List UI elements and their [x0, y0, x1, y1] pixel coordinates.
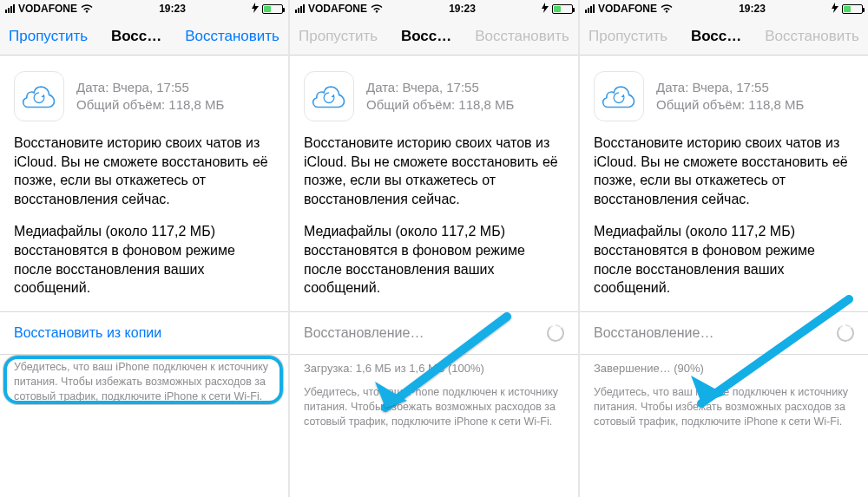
carrier-label: VODAFONE — [18, 3, 77, 15]
backup-date: Дата: Вчера, 17:55 — [366, 79, 514, 96]
carrier-label: VODAFONE — [598, 3, 657, 15]
status-bar: VODAFONE 19:23 — [0, 0, 288, 17]
progress-text: Загрузка: 1,6 МБ из 1,6 МБ (100%) — [290, 355, 578, 380]
restore-status-row: Восстановление… — [290, 311, 578, 355]
battery-icon — [552, 4, 573, 14]
battery-charging-icon — [832, 3, 838, 16]
restore-from-copy-button[interactable]: Восстановить из копии — [0, 311, 288, 355]
nav-restore-button: Восстановить — [765, 28, 859, 45]
body-paragraph-2: Медиафайлы (около 117,2 МБ) восстановятс… — [304, 222, 564, 297]
nav-restore-button[interactable]: Восстановить — [185, 28, 279, 45]
backup-size: Общий объём: 118,8 МБ — [366, 96, 514, 114]
body-paragraph-2: Медиафайлы (около 117,2 МБ) восстановятс… — [14, 222, 274, 297]
body-text: Восстановите историю своих чатов из iClo… — [0, 134, 288, 311]
progress-text: Завершение… (90%) — [580, 355, 868, 380]
signal-icon — [5, 4, 15, 13]
time-label: 19:23 — [449, 3, 476, 15]
screen-2: VODAFONE 19:23 Пропустить Восс… Восстано… — [290, 0, 578, 497]
backup-date: Дата: Вчера, 17:55 — [656, 79, 804, 96]
time-label: 19:23 — [739, 3, 766, 15]
spinner-icon — [547, 324, 564, 342]
body-text: Восстановите историю своих чатов из iClo… — [290, 134, 578, 311]
battery-charging-icon — [252, 3, 259, 16]
restore-button-label: Восстановить из копии — [14, 325, 161, 341]
wifi-icon — [81, 3, 93, 16]
wifi-icon — [661, 3, 673, 16]
body-paragraph-1: Восстановите историю своих чатов из iClo… — [594, 134, 854, 208]
backup-date: Дата: Вчера, 17:55 — [76, 79, 224, 96]
nav-bar: Пропустить Восс… Восстановить — [580, 17, 868, 56]
nav-title: Восс… — [111, 28, 161, 45]
backup-header: Дата: Вчера, 17:55 Общий объём: 118,8 МБ — [0, 56, 288, 134]
backup-size: Общий объём: 118,8 МБ — [656, 96, 804, 114]
nav-skip-button: Пропустить — [299, 28, 378, 45]
battery-charging-icon — [542, 3, 549, 16]
icloud-backup-icon — [304, 71, 354, 121]
signal-icon — [585, 4, 595, 13]
screen-1: VODAFONE 19:23 Пропустить Восс… Восстано… — [0, 0, 288, 497]
nav-title: Восс… — [401, 28, 451, 45]
restore-loading-label: Восстановление… — [594, 325, 713, 341]
backup-header: Дата: Вчера, 17:55 Общий объём: 118,8 МБ — [580, 56, 868, 134]
screen-3: VODAFONE 19:23 Пропустить Восс… Восстано… — [580, 0, 868, 497]
footer-text: Убедитесь, что ваш iPhone подключен к ис… — [290, 380, 578, 440]
nav-skip-button[interactable]: Пропустить — [9, 28, 88, 45]
body-paragraph-2: Медиафайлы (около 117,2 МБ) восстановятс… — [594, 222, 854, 297]
battery-icon — [842, 4, 863, 14]
icloud-backup-icon — [14, 71, 64, 121]
nav-bar: Пропустить Восс… Восстановить — [290, 17, 578, 56]
footer-text: Убедитесь, что ваш iPhone подключен к ис… — [0, 355, 288, 415]
battery-icon — [262, 4, 283, 14]
backup-size: Общий объём: 118,8 МБ — [76, 96, 224, 114]
body-paragraph-1: Восстановите историю своих чатов из iClo… — [14, 134, 274, 208]
carrier-label: VODAFONE — [308, 3, 367, 15]
body-paragraph-1: Восстановите историю своих чатов из iClo… — [304, 134, 564, 208]
spinner-icon — [837, 324, 854, 342]
status-bar: VODAFONE 19:23 — [580, 0, 868, 17]
backup-header: Дата: Вчера, 17:55 Общий объём: 118,8 МБ — [290, 56, 578, 134]
wifi-icon — [371, 3, 383, 16]
nav-title: Восс… — [691, 28, 741, 45]
icloud-backup-icon — [594, 71, 644, 121]
restore-loading-label: Восстановление… — [304, 325, 424, 341]
footer-text: Убедитесь, что ваш iPhone подключен к ис… — [580, 380, 868, 440]
signal-icon — [295, 4, 305, 13]
time-label: 19:23 — [159, 3, 186, 15]
nav-skip-button: Пропустить — [589, 28, 667, 45]
nav-restore-button: Восстановить — [475, 28, 569, 45]
body-text: Восстановите историю своих чатов из iClo… — [580, 134, 868, 311]
restore-status-row: Восстановление… — [580, 311, 868, 355]
status-bar: VODAFONE 19:23 — [290, 0, 578, 17]
nav-bar: Пропустить Восс… Восстановить — [0, 17, 288, 56]
